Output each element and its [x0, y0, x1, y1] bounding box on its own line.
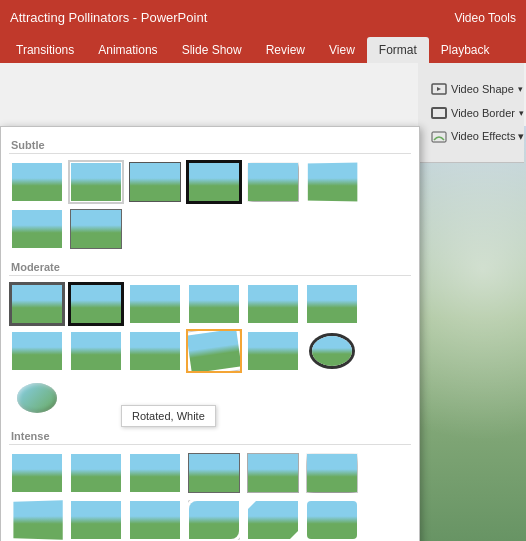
thumb-m5 — [248, 285, 298, 323]
thumb-i7 — [13, 500, 62, 540]
app-title: Attracting Pollinators - PowerPoint — [10, 10, 516, 25]
thumb-i3 — [130, 454, 180, 492]
video-shape-label: Video Shape — [451, 83, 514, 95]
subtle-grid — [9, 160, 411, 251]
video-border-btn[interactable]: Video Border ▾ — [422, 102, 520, 124]
style-item-i11[interactable] — [245, 498, 301, 541]
tab-format[interactable]: Format — [367, 37, 429, 63]
video-tools-label: Video Tools — [454, 0, 526, 35]
main-container: Video Shape ▾ Video Border ▾ Video Effec… — [0, 63, 526, 541]
tab-animations[interactable]: Animations — [86, 37, 169, 63]
thumb-s8 — [71, 210, 121, 248]
tab-view[interactable]: View — [317, 37, 367, 63]
style-item-i3[interactable] — [127, 451, 183, 495]
thumb-m11 — [248, 332, 298, 370]
style-item-i2[interactable] — [68, 451, 124, 495]
thumb-i2 — [71, 454, 121, 492]
style-item-s1[interactable] — [9, 160, 65, 204]
style-item-m3[interactable] — [127, 282, 183, 326]
style-item-m2[interactable] — [68, 282, 124, 326]
tab-transitions[interactable]: Transitions — [4, 37, 86, 63]
video-effects-dropdown: Subtle — [0, 126, 420, 541]
subtle-header: Subtle — [9, 135, 411, 154]
ribbon-right-group: Video Shape ▾ Video Border ▾ Video Effec… — [418, 63, 524, 163]
thumb-i8 — [71, 501, 121, 539]
thumb-i11 — [248, 501, 298, 539]
ribbon-tabs: Transitions Animations Slide Show Review… — [0, 35, 526, 63]
style-item-i8[interactable] — [68, 498, 124, 541]
style-item-s4[interactable] — [186, 160, 242, 204]
video-effects-icon — [431, 130, 447, 144]
thumb-s4 — [189, 163, 239, 201]
style-item-i5[interactable] — [245, 451, 301, 495]
style-item-s5[interactable] — [245, 160, 301, 204]
tab-playback[interactable]: Playback — [429, 37, 502, 63]
thumb-m4 — [189, 285, 239, 323]
style-item-i4[interactable] — [186, 451, 242, 495]
style-item-m6[interactable] — [304, 282, 360, 326]
style-item-m12[interactable] — [304, 329, 360, 373]
video-effects-btn[interactable]: Video Effects ▾ — [422, 126, 520, 148]
video-shape-icon — [431, 82, 447, 96]
style-item-s3[interactable] — [127, 160, 183, 204]
thumb-m1 — [12, 285, 62, 323]
style-item-s6[interactable] — [304, 160, 360, 204]
thumb-s3 — [130, 163, 180, 201]
style-item-m1[interactable] — [9, 282, 65, 326]
title-area: Attracting Pollinators - PowerPoint Vide… — [0, 0, 526, 63]
intense-header: Intense — [9, 426, 411, 445]
style-item-s2[interactable] — [68, 160, 124, 204]
thumb-s2 — [71, 163, 121, 201]
thumb-i1 — [12, 454, 62, 492]
style-item-m11[interactable] — [245, 329, 301, 373]
style-item-i10[interactable] — [186, 498, 242, 541]
video-border-arrow: ▾ — [519, 108, 524, 118]
thumb-m2 — [71, 285, 121, 323]
thumb-m3 — [130, 285, 180, 323]
style-item-s7[interactable] — [9, 207, 65, 251]
intense-grid — [9, 451, 411, 541]
thumb-i9 — [130, 501, 180, 539]
thumb-s6 — [308, 163, 358, 202]
svg-rect-1 — [432, 108, 446, 118]
video-border-icon — [431, 106, 447, 120]
style-item-m8[interactable] — [68, 329, 124, 373]
thumb-s1 — [12, 163, 62, 201]
style-item-m10[interactable] — [186, 329, 242, 373]
style-item-s8[interactable] — [68, 207, 124, 251]
thumb-i12 — [307, 501, 357, 539]
style-item-m4[interactable] — [186, 282, 242, 326]
style-item-i7[interactable] — [9, 498, 65, 541]
video-border-label: Video Border — [451, 107, 515, 119]
thumb-m12 — [312, 336, 352, 366]
thumb-m13 — [17, 383, 57, 413]
video-shape-btn[interactable]: Video Shape ▾ — [422, 78, 520, 100]
video-effects-label: Video Effects ▾ — [451, 130, 524, 143]
thumb-s5 — [248, 163, 298, 201]
thumb-m8 — [71, 332, 121, 370]
tab-review[interactable]: Review — [254, 37, 317, 63]
thumb-i5 — [248, 454, 298, 492]
style-item-i6[interactable] — [304, 451, 360, 495]
moderate-header: Moderate — [9, 257, 411, 276]
style-item-i1[interactable] — [9, 451, 65, 495]
style-item-m7[interactable] — [9, 329, 65, 373]
style-item-m5[interactable] — [245, 282, 301, 326]
thumb-s7 — [12, 210, 62, 248]
style-item-i9[interactable] — [127, 498, 183, 541]
video-shape-arrow: ▾ — [518, 84, 523, 94]
thumb-m6 — [307, 285, 357, 323]
thumb-m7 — [12, 332, 62, 370]
thumb-m10 — [187, 329, 242, 373]
tab-slideshow[interactable]: Slide Show — [170, 37, 254, 63]
style-item-m13[interactable] — [9, 376, 65, 420]
thumb-i4 — [189, 454, 239, 492]
title-bar: Attracting Pollinators - PowerPoint Vide… — [0, 0, 526, 35]
thumb-i10 — [189, 501, 239, 539]
moderate-grid — [9, 282, 411, 420]
thumb-m9 — [130, 332, 180, 370]
style-item-m9[interactable] — [127, 329, 183, 373]
bg-overlay — [418, 126, 526, 541]
style-item-i12[interactable] — [304, 498, 360, 541]
background-image — [418, 126, 526, 541]
